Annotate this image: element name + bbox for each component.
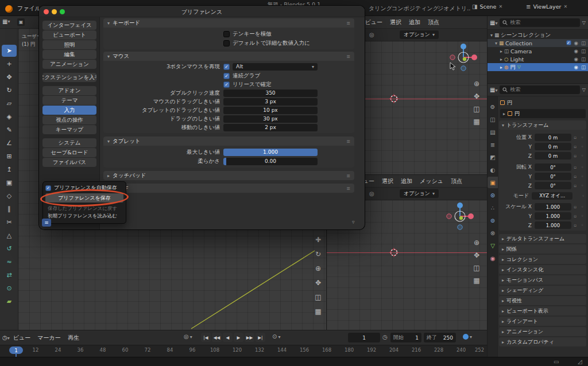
zoom-icon[interactable]: ⊕ (470, 78, 483, 89)
tab-modifiers[interactable]: ⊛ (488, 189, 498, 201)
panel-line-art[interactable]: ▸ラインアート (499, 317, 586, 326)
expand-icon[interactable]: ▸ (503, 111, 505, 116)
tab-view-layer[interactable]: ≣ (488, 139, 498, 150)
editor-type-button[interactable]: ▦▾ (490, 87, 497, 93)
nav-themes[interactable]: テーマ (42, 96, 96, 105)
camera-view-icon[interactable]: ◫ (470, 103, 483, 115)
frame-start-field[interactable]: 開始1 (390, 333, 421, 342)
tab-object[interactable]: ▣ (488, 177, 498, 188)
lock-icon[interactable]: ▫ (571, 184, 579, 188)
viewport-editor-type-button[interactable]: ▦ ▾ (2, 18, 10, 25)
revert-preferences-item[interactable]: 保存したプリファレンスに戻す (45, 205, 123, 212)
lock-icon[interactable]: ▫ (571, 214, 579, 219)
keyframe-dot-icon[interactable]: ◦ (579, 204, 586, 209)
grip-icon[interactable]: ≣ (346, 186, 350, 191)
mouse-drag-threshold-field[interactable]: 3 px (223, 98, 318, 106)
nav-input[interactable]: 入力 (42, 106, 96, 115)
editor-type-button[interactable]: ▦▾ (490, 20, 497, 26)
tool-select-box[interactable]: ➤ (2, 45, 17, 57)
lock-icon[interactable]: ▫ (571, 145, 579, 149)
lock-icon[interactable]: ▫ (571, 223, 579, 228)
drag-threshold-field[interactable]: 30 px (223, 115, 318, 123)
nav-interface[interactable]: インターフェイス (42, 21, 96, 30)
zoom-icon[interactable]: ⊕ (470, 237, 483, 248)
panel-visibility[interactable]: ▸可視性 (499, 296, 586, 305)
menu-marker[interactable]: マーカー (34, 334, 64, 342)
expand-icon[interactable]: ▾ (490, 33, 493, 38)
expand-icon[interactable]: ▾ (495, 41, 497, 46)
proportional-edit-icon[interactable]: ◎ (369, 32, 374, 38)
playhead-chip[interactable]: 1 (9, 346, 23, 354)
preferences-titlebar[interactable]: プリファレンス (39, 6, 365, 17)
tab-render[interactable]: ◫ (488, 114, 498, 125)
load-factory-preferences-item[interactable]: 初期プリファレンスを読み込む (45, 212, 123, 220)
location-x-field[interactable]: 0 m (535, 134, 571, 141)
outliner-row-light[interactable]: ▸ ○ Light ◉ ◫ (488, 55, 588, 63)
release-confirms-checkbox[interactable]: ✓ (223, 81, 230, 88)
camera-visibility-icon[interactable]: ◫ (581, 64, 586, 70)
nav-editing[interactable]: 編集 (42, 50, 96, 59)
scale-z-field[interactable]: 1.000 (535, 221, 571, 229)
panel-instancing[interactable]: ▸インスタンス化 (499, 265, 586, 274)
frame-end-field[interactable]: 終了250 (424, 333, 456, 342)
orbit-gizmo-icon[interactable]: ↻ (312, 248, 324, 260)
tab-object-data[interactable]: ▽ (488, 240, 498, 251)
menu-select[interactable]: 選択 (378, 177, 397, 185)
expand-icon[interactable]: ▸ (500, 49, 502, 54)
tool-add-cube[interactable]: ⊞ (2, 150, 17, 162)
breadcrumb-object-name[interactable]: 円 (507, 99, 512, 107)
properties-search-input[interactable]: 検索 (500, 85, 579, 94)
keyframe-dot-icon[interactable]: ◦ (579, 165, 586, 170)
hide-eye-icon[interactable]: ◉ (574, 56, 578, 62)
camera-visibility-icon[interactable]: ◫ (581, 48, 586, 54)
menu-vertex[interactable]: 頂点 (447, 177, 466, 185)
autosave-preferences-item[interactable]: ✓ プリファレンスを自動保存 (45, 184, 123, 192)
editor-type-button[interactable]: ◷▾ (2, 334, 10, 341)
motion-threshold-field[interactable]: 2 px (223, 124, 318, 131)
viewlayer-selector[interactable]: ≣ ViewLayer ✕ (526, 3, 567, 10)
collapse-icon[interactable]: ▾ (502, 123, 504, 128)
proportional-edit-icon[interactable]: ◎ (369, 191, 374, 197)
keyframe-dot-icon[interactable]: ◦ (579, 183, 586, 188)
camera-visibility-icon[interactable]: ◫ (581, 56, 586, 62)
pan-hand-icon[interactable]: ✥ (470, 91, 483, 102)
autosave-checkbox[interactable]: ✓ (45, 185, 51, 191)
preferences-menu-button[interactable]: ≡ (42, 219, 51, 227)
keyframe-dot-icon[interactable]: ◦ (579, 153, 586, 158)
tool-transform[interactable]: ◈ (2, 111, 17, 123)
zoom-icon[interactable]: ⊕ (312, 263, 324, 274)
hide-eye-icon[interactable]: ◉ (574, 48, 578, 54)
nav-save-load[interactable]: セーブ&ロード (42, 148, 96, 157)
advanced-numeric-checkbox[interactable] (223, 40, 230, 46)
panel-delta-transform[interactable]: ▸デルタトランスフォーム (499, 234, 586, 243)
tab-constraints[interactable]: ⊗ (488, 227, 498, 239)
tool-smooth[interactable]: ≈ (2, 256, 17, 268)
tool-bevel[interactable]: ◇ (2, 190, 17, 202)
tool-rotate[interactable]: ↻ (2, 84, 17, 96)
panel-transform-header[interactable]: ▾ トランスフォーム (499, 120, 586, 130)
keyframe-dot-icon[interactable]: ◦ (579, 174, 586, 179)
keyframe-dot-icon[interactable]: ◦ (579, 144, 586, 149)
double-click-speed-field[interactable]: 350 (223, 89, 318, 97)
menu-add[interactable]: 追加 (405, 18, 424, 26)
panel-relations[interactable]: ▸関係 (499, 244, 586, 254)
jump-to-end-button[interactable]: ▶| (256, 333, 265, 342)
grip-icon[interactable]: ≣ (346, 54, 350, 59)
jump-to-start-button[interactable]: |◀ (201, 333, 211, 342)
menu-view[interactable]: ビュー (10, 334, 34, 342)
navigation-gizmo[interactable] (444, 200, 476, 232)
lock-icon[interactable]: ▫ (571, 154, 579, 158)
camera-view-icon[interactable]: ◫ (312, 291, 324, 303)
location-y-field[interactable]: 0 m (535, 143, 571, 150)
keying-set-dropdown[interactable]: ▾ (463, 334, 472, 340)
menu-add[interactable]: 追加 (397, 177, 416, 185)
panel-motion-paths[interactable]: ▸モーションパス (499, 275, 586, 285)
tab-scene[interactable]: ◩ (488, 151, 498, 163)
panel-collections[interactable]: ▸コレクション (499, 255, 586, 264)
emulate-numpad-checkbox[interactable] (223, 31, 230, 37)
softness-slider[interactable]: 0.00 (223, 158, 318, 165)
emulate-modifier-dropdown[interactable]: Alt ▾ (233, 63, 318, 71)
viewlayer-remove-icon[interactable]: ✕ (563, 5, 567, 9)
tool-measure[interactable]: ∠ (2, 137, 17, 149)
rotation-mode-dropdown[interactable]: XYZ オイ... (532, 192, 572, 200)
